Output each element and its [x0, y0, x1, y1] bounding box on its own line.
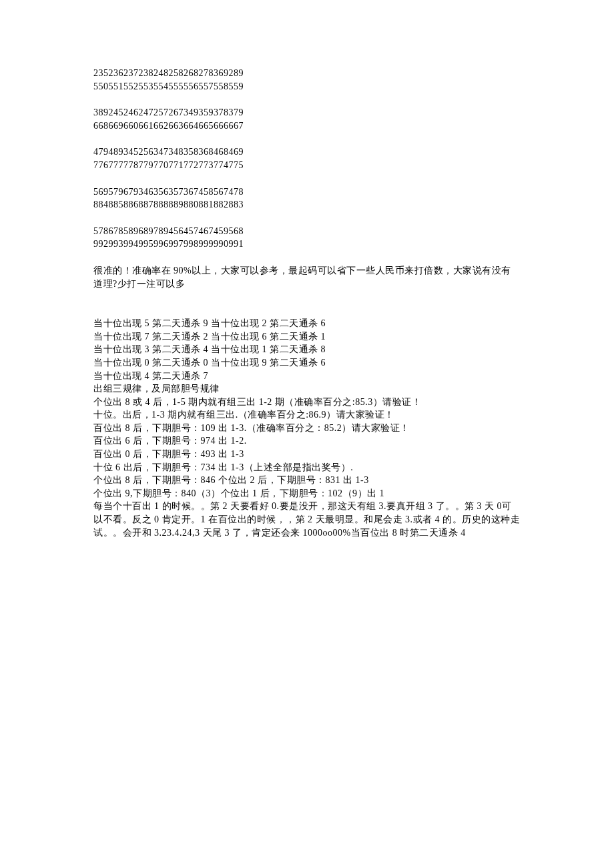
- blank-line: [93, 172, 521, 185]
- text-line: 出组三规律，及局部胆号规律: [93, 382, 521, 396]
- text-line: 776777778779770771772773774775: [93, 159, 521, 172]
- text-line: 当十位出现 0 第二天通杀 0 当十位出现 9 第二天通杀 6: [93, 356, 521, 370]
- text-line: 884885886887888889880881882883: [93, 198, 521, 211]
- text-line: 百位出 0 后，下期胆号：493 出 1-3: [93, 448, 521, 461]
- blank-line: [93, 211, 521, 225]
- text-line: 569579679346356357367458567478: [93, 185, 521, 199]
- text-line: 百位出 6 后，下期胆号：974 出 1-2.: [93, 434, 521, 448]
- text-line: 389245246247257267349359378379: [93, 106, 521, 119]
- text-line: 很准的！准确率在 90%以上，大家可以参考，最起码可以省下一些人民币来打倍数，大…: [93, 264, 521, 290]
- text-line: 每当个十百出 1 的时候。。第 2 天要看好 0.要是没开，那这天有组 3.要真…: [93, 500, 521, 539]
- text-line: 479489345256347348358368468469: [93, 145, 521, 159]
- blank-line: [93, 251, 521, 264]
- text-line: 十位 6 出后，下期胆号：734 出 1-3（上述全部是指出奖号）.: [93, 461, 521, 474]
- text-line: 550551552553554555556557558559: [93, 80, 521, 93]
- text-line: 当十位出现 7 第二天通杀 2 当十位出现 6 第二天通杀 1: [93, 330, 521, 344]
- text-line: 十位。出后，1-3 期内就有组三出.（准确率百分之:86.9）请大家验证！: [93, 408, 521, 422]
- blank-line: [93, 132, 521, 145]
- text-line: 个位出 9,下期胆号：840（3）个位出 1 后，下期胆号：102（9）出 1: [93, 487, 521, 500]
- text-line: 百位出 8 后，下期胆号：109 出 1-3.（准确率百分之：85.2）请大家验…: [93, 422, 521, 435]
- text-line: 992993994995996997998999990991: [93, 238, 521, 251]
- text-line: 当十位出现 5 第二天通杀 9 当十位出现 2 第二天通杀 6: [93, 317, 521, 330]
- blank-line: [93, 290, 521, 317]
- text-line: 235236237238248258268278369289: [93, 67, 521, 80]
- text-line: 个位出 8 后，下期胆号：846 个位出 2 后，下期胆号：831 出 1-3: [93, 474, 521, 487]
- text-line: 个位出 8 或 4 后，1-5 期内就有组三出 1-2 期（准确率百分之:85.…: [93, 396, 521, 409]
- text-line: 668669660661662663664665666667: [93, 119, 521, 133]
- text-line: 当十位出现 3 第二天通杀 4 当十位出现 1 第二天通杀 8: [93, 343, 521, 356]
- text-line: 当十位出现 4 第二天通杀 7: [93, 370, 521, 383]
- blank-line: [93, 93, 521, 106]
- document-page: 2352362372382482582682783692895505515525…: [0, 0, 614, 579]
- text-line: 578678589689789456457467459568: [93, 225, 521, 238]
